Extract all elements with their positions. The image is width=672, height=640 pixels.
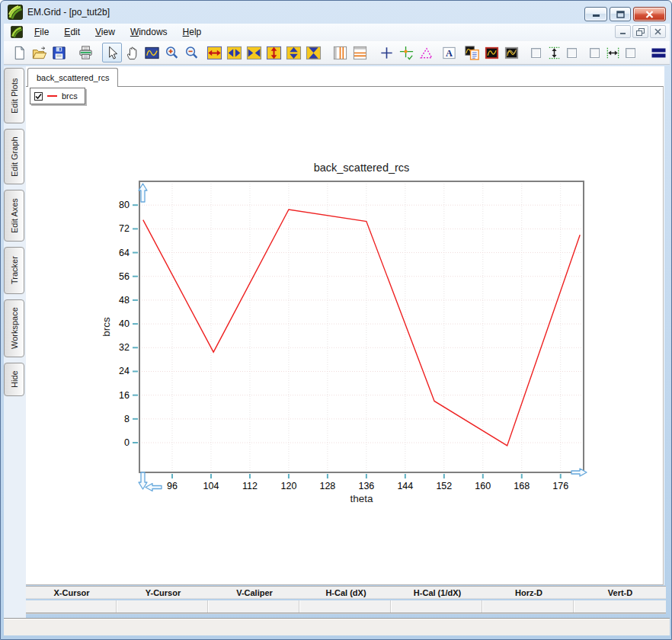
svg-text:104: 104 — [203, 481, 219, 491]
status-bar — [4, 618, 670, 635]
document-tab[interactable]: back_scattered_rcs — [27, 68, 118, 87]
sidebar-tab-edit-plots[interactable]: Edit Plots — [4, 68, 24, 123]
child-minimize-icon — [619, 29, 626, 35]
svg-text:80: 80 — [119, 200, 130, 210]
col-v-caliper: V-Caliper — [209, 587, 300, 598]
select-pointer-icon — [104, 45, 120, 61]
col-hcal-dx: H-Cal (dX) — [300, 587, 392, 598]
menu-help[interactable]: Help — [175, 24, 210, 40]
svg-text:160: 160 — [475, 481, 491, 491]
open-file-button[interactable] — [29, 43, 49, 62]
child-close-button[interactable] — [650, 25, 666, 38]
svg-text:A: A — [446, 47, 453, 58]
window-frame: EM.Grid - [po_tut2b] File Edit View Wind… — [0, 0, 672, 640]
tracker-button[interactable] — [396, 43, 416, 62]
fit-vertical-icon — [546, 45, 562, 61]
svg-text:144: 144 — [397, 481, 413, 491]
zoom-out-button[interactable] — [181, 43, 201, 62]
cross-cursor-icon — [379, 45, 395, 61]
svg-text:32: 32 — [119, 342, 130, 353]
fit-vertical-checkbox[interactable] — [531, 48, 541, 58]
vertical-calipers-button[interactable] — [330, 43, 350, 62]
fit-horizontal-icon — [605, 45, 621, 61]
all-graphs-button[interactable] — [501, 43, 521, 62]
horizontal-calipers-button[interactable] — [350, 43, 370, 62]
print-button[interactable] — [75, 43, 95, 62]
maximize-button[interactable] — [610, 7, 631, 21]
menu-edit[interactable]: Edit — [56, 24, 88, 40]
maximize-icon — [616, 11, 625, 18]
layout-icon — [651, 47, 666, 59]
horizontal-calipers-icon — [352, 45, 368, 61]
y-axis-label: brcs — [101, 317, 112, 337]
child-minimize-button[interactable] — [615, 25, 631, 38]
legend-checkbox-brcs[interactable] — [34, 92, 43, 101]
slope-triangle-button[interactable] — [416, 43, 436, 62]
plot-properties-button[interactable] — [462, 43, 482, 62]
svg-text:0: 0 — [124, 437, 130, 448]
save-button[interactable] — [49, 43, 69, 62]
fit-vertical-checkbox-2[interactable] — [567, 48, 577, 58]
close-button[interactable] — [633, 7, 666, 21]
text-annotation-button[interactable]: A — [439, 43, 459, 62]
layout-button[interactable]: Layout — [651, 47, 670, 59]
all-graphs-icon — [504, 45, 520, 61]
svg-text:136: 136 — [358, 481, 374, 491]
svg-text:56: 56 — [119, 271, 130, 282]
svg-text:64: 64 — [119, 248, 130, 258]
sidebar-tab-hide[interactable]: Hide — [4, 363, 24, 396]
cross-cursor-button[interactable] — [376, 43, 396, 62]
svg-text:168: 168 — [514, 481, 530, 491]
save-icon — [51, 45, 67, 61]
shrink-x-button[interactable] — [244, 43, 264, 62]
fit-vertical-button[interactable] — [544, 43, 564, 62]
title-bar[interactable]: EM.Grid - [po_tut2b] — [1, 1, 672, 24]
fit-horizontal-checkbox[interactable] — [590, 48, 600, 58]
expand-y-button[interactable] — [264, 43, 283, 62]
value-vert-d — [574, 600, 666, 613]
value-x-cursor — [26, 600, 117, 613]
menu-view[interactable]: View — [88, 24, 123, 40]
sidebar: Edit Plots Edit Graph Edit Axes Tracker … — [4, 68, 26, 396]
graph-properties-button[interactable] — [482, 43, 501, 62]
svg-text:72: 72 — [119, 223, 130, 234]
new-document-button[interactable] — [9, 43, 29, 62]
col-y-cursor: Y-Cursor — [117, 587, 209, 598]
shrink-y-icon — [306, 45, 322, 61]
cursor-table-values — [26, 600, 666, 613]
fit-view-button[interactable] — [142, 43, 162, 62]
pan-hand-icon — [124, 45, 140, 61]
svg-text:120: 120 — [280, 481, 296, 491]
fit-horizontal-checkbox-2[interactable] — [626, 48, 635, 58]
value-horz-d — [483, 600, 574, 613]
shrink-y-button[interactable] — [303, 43, 323, 62]
sidebar-tab-workspace[interactable]: Workspace — [4, 299, 24, 357]
menu-file[interactable]: File — [27, 24, 56, 40]
sidebar-tab-edit-axes[interactable]: Edit Axes — [4, 190, 24, 242]
chart-plot[interactable]: 9610411212012813614415216016817608162432… — [100, 153, 603, 511]
fit-horizontal-button[interactable] — [603, 43, 622, 62]
zoom-in-button[interactable] — [162, 43, 181, 62]
expand-x-button[interactable] — [204, 43, 224, 62]
svg-text:96: 96 — [167, 481, 178, 491]
svg-text:16: 16 — [119, 390, 130, 401]
x-axis-label: theta — [350, 493, 373, 504]
sidebar-tab-edit-graph[interactable]: Edit Graph — [4, 129, 24, 184]
select-pointer-button[interactable] — [102, 43, 122, 62]
stretch-y-button[interactable] — [283, 43, 303, 62]
sidebar-tab-tracker[interactable]: Tracker — [4, 247, 24, 294]
menu-windows[interactable]: Windows — [123, 24, 175, 40]
child-restore-button[interactable] — [632, 25, 648, 38]
stretch-y-icon — [286, 45, 302, 61]
value-hcal-1dx — [392, 600, 482, 613]
col-x-cursor: X-Cursor — [26, 587, 117, 598]
stretch-x-button[interactable] — [224, 43, 244, 62]
vertical-calipers-icon — [332, 45, 348, 61]
pan-hand-button[interactable] — [122, 43, 142, 62]
close-icon — [645, 11, 654, 18]
svg-text:24: 24 — [119, 366, 130, 376]
minimize-button[interactable] — [584, 7, 607, 21]
value-v-caliper — [209, 600, 299, 613]
open-file-icon — [31, 45, 47, 61]
svg-text:152: 152 — [436, 481, 452, 491]
